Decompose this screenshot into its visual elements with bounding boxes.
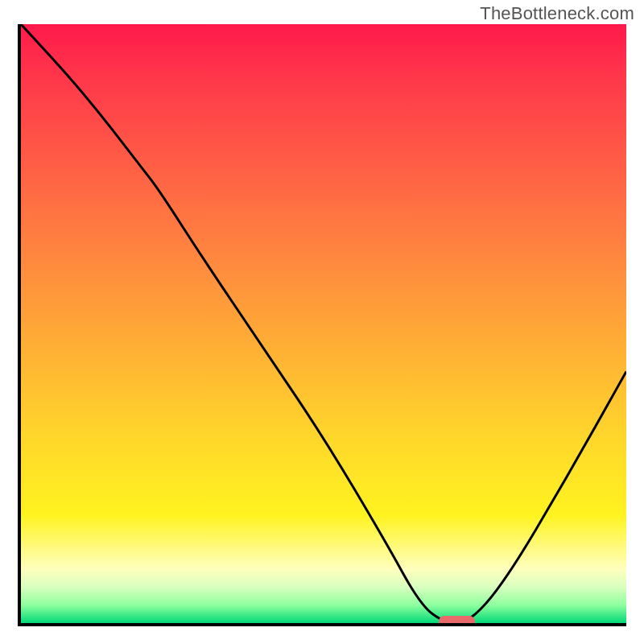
curve-layer	[21, 24, 626, 623]
bottleneck-curve	[21, 24, 626, 623]
chart-frame: TheBottleneck.com	[0, 0, 644, 644]
optimal-marker	[439, 616, 475, 626]
watermark-label: TheBottleneck.com	[480, 3, 634, 24]
plot-area	[18, 24, 626, 626]
